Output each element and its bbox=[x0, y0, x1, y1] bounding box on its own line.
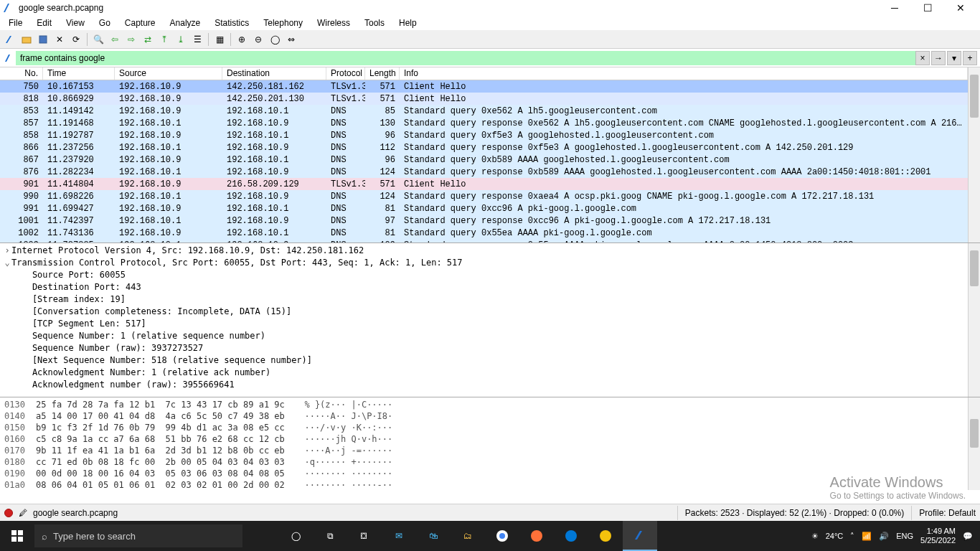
go-first-icon[interactable]: ⤒ bbox=[157, 32, 171, 47]
table-row[interactable]: 86711.237920192.168.10.9192.168.10.1DNS9… bbox=[0, 154, 968, 166]
table-row[interactable]: 100911.787885192.168.10.1192.168.10.9DNS… bbox=[0, 239, 968, 242]
menu-file[interactable]: File bbox=[6, 17, 25, 29]
hex-line[interactable]: 0140a5 14 00 17 00 41 04 d8 4a c6 5c 50 … bbox=[4, 410, 963, 422]
details-line[interactable]: Acknowledgment Number: 1 (relative ack n… bbox=[3, 367, 965, 379]
zoom-reset-icon[interactable]: ◯ bbox=[268, 32, 282, 47]
col-header-no[interactable]: No. bbox=[0, 67, 43, 80]
table-row[interactable]: 100211.743136192.168.10.9192.168.10.1DNS… bbox=[0, 227, 968, 239]
tray-chevron-up-icon[interactable]: ˄ bbox=[850, 532, 854, 541]
save-icon[interactable] bbox=[36, 32, 50, 47]
packet-list-headers[interactable]: No. Time Source Destination Protocol Len… bbox=[0, 67, 968, 80]
zoom-in-icon[interactable]: ⊕ bbox=[235, 32, 249, 47]
col-header-info[interactable]: Info bbox=[400, 67, 968, 80]
scrollbar-thumb[interactable] bbox=[970, 250, 979, 286]
prev-icon[interactable]: ⇦ bbox=[108, 32, 122, 47]
store-icon[interactable]: 🛍 bbox=[416, 521, 451, 551]
details-line[interactable]: ›Internet Protocol Version 4, Src: 192.1… bbox=[3, 245, 965, 257]
table-row[interactable]: 100111.742397192.168.10.1192.168.10.9DNS… bbox=[0, 215, 968, 227]
details-line[interactable]: Source Port: 60055 bbox=[3, 269, 965, 281]
start-button[interactable] bbox=[0, 521, 34, 551]
close-file-icon[interactable]: ✕ bbox=[52, 32, 67, 47]
menu-wireless[interactable]: Wireless bbox=[314, 17, 353, 29]
minimize-button[interactable]: ─ bbox=[878, 0, 911, 16]
menu-help[interactable]: Help bbox=[396, 17, 420, 29]
capture-file-properties-icon[interactable]: 🖉 bbox=[19, 508, 27, 518]
tray-clock[interactable]: 1:49 AM 5/25/2022 bbox=[920, 527, 956, 545]
expert-info-icon[interactable] bbox=[4, 509, 13, 517]
packet-list-scrollbar[interactable] bbox=[968, 67, 980, 242]
shark-fin-icon[interactable] bbox=[3, 32, 17, 47]
open-file-icon[interactable] bbox=[19, 32, 34, 47]
table-row[interactable]: 81810.866929192.168.10.9142.250.201.130T… bbox=[0, 93, 968, 105]
colorize-icon[interactable]: ▦ bbox=[212, 32, 227, 47]
taskbar-search[interactable]: ⌕ Type here to search bbox=[34, 524, 242, 547]
menu-capture[interactable]: Capture bbox=[122, 17, 159, 29]
scrollbar-thumb[interactable] bbox=[970, 75, 979, 118]
wifi-icon[interactable]: 📶 bbox=[862, 532, 872, 541]
packet-bytes-body[interactable]: 013025 fa 7d 28 7a fa 12 b1 7c 13 43 17 … bbox=[0, 397, 968, 490]
col-header-source[interactable]: Source bbox=[115, 67, 222, 80]
reload-icon[interactable]: ⟳ bbox=[69, 32, 83, 47]
hex-line[interactable]: 0160c5 c8 9a 1a cc a7 6a 68 51 bb 76 e2 … bbox=[4, 433, 963, 445]
status-profile-label[interactable]: Profile: Default bbox=[919, 508, 976, 518]
cortana-icon[interactable]: ◯ bbox=[278, 521, 313, 551]
language-label[interactable]: ENG bbox=[896, 532, 913, 540]
details-line[interactable]: [Conversation completeness: Incomplete, … bbox=[3, 306, 965, 318]
table-row[interactable]: 75010.167153192.168.10.9142.250.181.162T… bbox=[0, 80, 968, 93]
table-row[interactable]: 99011.698226192.168.10.1192.168.10.9DNS1… bbox=[0, 190, 968, 202]
table-row[interactable]: 85811.192787192.168.10.9192.168.10.1DNS9… bbox=[0, 129, 968, 141]
menu-tools[interactable]: Tools bbox=[362, 17, 387, 29]
menu-telephony[interactable]: Telephony bbox=[260, 17, 306, 29]
menu-edit[interactable]: Edit bbox=[34, 17, 55, 29]
volume-icon[interactable]: 🔊 bbox=[879, 532, 889, 541]
filter-history-button[interactable]: ▾ bbox=[947, 51, 961, 65]
display-filter-input[interactable] bbox=[16, 51, 915, 65]
maximize-button[interactable]: ☐ bbox=[911, 0, 944, 16]
task-view-icon[interactable]: ⧉ bbox=[313, 521, 347, 551]
weather-label[interactable]: 24°C bbox=[826, 532, 844, 540]
find-icon[interactable]: 🔍 bbox=[91, 32, 105, 47]
menu-view[interactable]: View bbox=[63, 17, 88, 29]
table-row[interactable]: 90111.414804192.168.10.9216.58.209.129TL… bbox=[0, 178, 968, 190]
hex-line[interactable]: 01a008 06 04 01 05 01 06 01 02 03 02 01 … bbox=[4, 479, 963, 490]
dropbox-icon[interactable]: ⛋ bbox=[347, 521, 382, 551]
table-row[interactable]: 85711.191468192.168.10.1192.168.10.9DNS1… bbox=[0, 117, 968, 129]
firefox-icon[interactable] bbox=[519, 521, 554, 551]
hex-line[interactable]: 01709b 11 1f ea 41 1a b1 6a 2d 3d b1 12 … bbox=[4, 445, 963, 456]
chrome-icon[interactable] bbox=[485, 521, 519, 551]
details-line[interactable]: ⌄Transmission Control Protocol, Src Port… bbox=[3, 257, 965, 269]
details-line[interactable]: Acknowledgment number (raw): 3955669641 bbox=[3, 379, 965, 391]
packet-details-body[interactable]: ›Internet Protocol Version 4, Src: 192.1… bbox=[0, 243, 968, 397]
wireshark-icon[interactable] bbox=[623, 521, 657, 551]
col-header-destination[interactable]: Destination bbox=[222, 67, 326, 80]
apply-filter-button[interactable]: → bbox=[931, 51, 946, 65]
details-line[interactable]: Destination Port: 443 bbox=[3, 281, 965, 293]
details-line[interactable]: [Next Sequence Number: 518 (relative seq… bbox=[3, 354, 965, 367]
weather-icon[interactable]: ☀ bbox=[811, 532, 819, 541]
hex-line[interactable]: 013025 fa 7d 28 7a fa 12 b1 7c 13 43 17 … bbox=[4, 399, 963, 410]
table-row[interactable]: 87611.282234192.168.10.1192.168.10.9DNS1… bbox=[0, 166, 968, 178]
details-line[interactable]: Sequence Number: 1 (relative sequence nu… bbox=[3, 330, 965, 342]
details-line[interactable]: Sequence Number (raw): 3937273527 bbox=[3, 342, 965, 354]
table-row[interactable]: 99111.699427192.168.10.9192.168.10.1DNS8… bbox=[0, 202, 968, 215]
close-button[interactable]: ✕ bbox=[944, 0, 977, 16]
autoscroll-icon[interactable]: ☰ bbox=[190, 32, 204, 47]
table-row[interactable]: 85311.149142192.168.10.9192.168.10.1DNS8… bbox=[0, 105, 968, 117]
packet-list-rows[interactable]: 75010.167153192.168.10.9142.250.181.162T… bbox=[0, 80, 968, 242]
clear-filter-button[interactable]: × bbox=[915, 51, 930, 65]
col-header-protocol[interactable]: Protocol bbox=[326, 67, 365, 80]
table-row[interactable]: 86611.237256192.168.10.1192.168.10.9DNS1… bbox=[0, 141, 968, 154]
jump-to-icon[interactable]: ⇄ bbox=[141, 32, 155, 47]
notifications-icon[interactable]: 💬 bbox=[963, 532, 973, 541]
zoom-out-icon[interactable]: ⊖ bbox=[251, 32, 265, 47]
mail-icon[interactable]: ✉ bbox=[382, 521, 416, 551]
menu-analyze[interactable]: Analyze bbox=[167, 17, 204, 29]
hex-scrollbar[interactable] bbox=[968, 397, 980, 490]
details-line[interactable]: [TCP Segment Len: 517] bbox=[3, 318, 965, 330]
resize-cols-icon[interactable]: ⇔ bbox=[284, 32, 298, 47]
details-line[interactable]: [Stream index: 19] bbox=[3, 293, 965, 306]
filter-bookmark-icon[interactable] bbox=[3, 52, 16, 65]
menu-go[interactable]: Go bbox=[96, 17, 113, 29]
go-last-icon[interactable]: ⤓ bbox=[174, 32, 188, 47]
col-header-time[interactable]: Time bbox=[43, 67, 115, 80]
